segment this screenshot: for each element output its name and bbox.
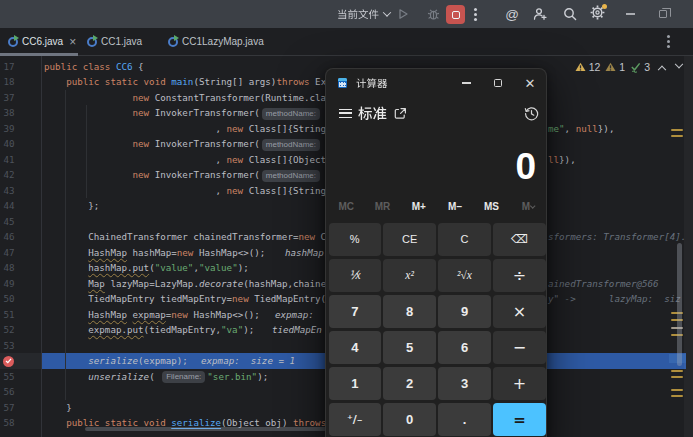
line-number[interactable]: 45 xyxy=(0,214,15,229)
key-9[interactable]: 9 xyxy=(438,295,490,329)
line-number[interactable]: 48 xyxy=(0,260,15,275)
stripe-warning-mark[interactable] xyxy=(671,135,683,137)
key-+[interactable]: + xyxy=(493,367,545,401)
line-number[interactable]: 40 xyxy=(0,136,15,151)
stripe-warning-mark[interactable] xyxy=(671,389,683,391)
line-number[interactable]: 56 xyxy=(0,384,15,399)
window-restore-button[interactable] xyxy=(652,0,674,28)
calculator-display: 0 xyxy=(326,131,546,187)
key-7[interactable]: 7 xyxy=(329,295,381,329)
tab-options-button[interactable] xyxy=(661,28,675,55)
history-button[interactable] xyxy=(524,106,539,121)
code-text: , new Class[]{String.class xyxy=(44,183,359,198)
code-text: public class CC6 { xyxy=(44,59,144,74)
key-3[interactable]: 3 xyxy=(438,367,490,401)
line-number[interactable]: 47 xyxy=(0,245,15,260)
key-%[interactable]: % xyxy=(329,223,381,257)
stripe-warning-mark[interactable] xyxy=(671,370,683,372)
key-6[interactable]: 6 xyxy=(438,331,490,365)
close-icon: ✕ xyxy=(525,77,536,90)
key-1[interactable]: 1 xyxy=(329,367,381,401)
line-number[interactable]: 44 xyxy=(0,198,15,213)
line-number[interactable]: 43 xyxy=(0,183,15,198)
error-stripe[interactable] xyxy=(684,56,693,437)
tab-cc1lazymap-java[interactable]: CC1LazyMap.java xyxy=(160,28,272,55)
run-configuration-selector[interactable] xyxy=(336,0,390,28)
key-8[interactable]: 8 xyxy=(383,295,435,329)
line-number[interactable]: 57 xyxy=(0,400,15,415)
line-number[interactable]: 18 xyxy=(0,74,15,89)
kebab-icon xyxy=(474,13,477,16)
line-number[interactable]: 55 xyxy=(0,369,15,384)
line-number[interactable]: 51 xyxy=(0,307,15,322)
prev-problem-icon[interactable] xyxy=(658,66,666,74)
ai-assistant-button[interactable]: @ xyxy=(502,0,522,28)
key-×[interactable]: × xyxy=(493,295,545,329)
menu-icon[interactable] xyxy=(339,109,352,118)
key-=[interactable]: = xyxy=(493,403,545,437)
memory-button-ms[interactable]: MS xyxy=(473,197,509,217)
key-4[interactable]: 4 xyxy=(329,331,381,365)
vertical-scrollbar-thumb[interactable] xyxy=(677,243,682,366)
line-number[interactable]: 37 xyxy=(0,90,15,105)
ok-count: 3 xyxy=(644,61,650,73)
key-⁺∕₋[interactable]: ⁺∕₋ xyxy=(329,403,381,437)
inline-debugger-hint: hashMap: xyxy=(285,245,329,260)
key-x²[interactable]: x² xyxy=(383,259,435,293)
minimize-icon xyxy=(626,13,635,14)
weak-warning-icon xyxy=(605,62,616,72)
user-add-icon xyxy=(533,7,547,21)
tab-cc1-java[interactable]: CC1.java xyxy=(79,28,150,55)
code-with-me-button[interactable] xyxy=(530,0,550,28)
stripe-warning-mark[interactable] xyxy=(671,129,683,131)
line-number[interactable]: 38 xyxy=(0,105,15,120)
calculator-titlebar[interactable]: ✕ xyxy=(326,69,546,97)
tab-cc6-java[interactable]: CC6.java × xyxy=(0,28,78,55)
stripe-warning-mark[interactable] xyxy=(671,395,683,397)
memory-button-m−[interactable]: M− xyxy=(437,197,473,217)
line-number[interactable]: 17 xyxy=(0,59,15,74)
stop-button[interactable] xyxy=(446,5,465,24)
key-C[interactable]: C xyxy=(438,223,490,257)
line-number[interactable]: 46 xyxy=(0,229,15,244)
line-number[interactable]: 41 xyxy=(0,152,15,167)
code-text: new ConstantTransformer(Runtime.class), xyxy=(44,90,348,105)
key-÷[interactable]: ÷ xyxy=(493,259,545,293)
calc-minimize-button[interactable] xyxy=(450,69,482,97)
debug-button[interactable] xyxy=(424,0,442,28)
key-⅟x[interactable]: ⅟x xyxy=(329,259,381,293)
indent-guide xyxy=(65,90,66,400)
key-0[interactable]: 0 xyxy=(383,403,435,437)
code-text: hashMap.put("value","value"); xyxy=(44,260,249,275)
line-number[interactable]: 42 xyxy=(0,167,15,182)
key-⌫[interactable]: ⌫ xyxy=(493,223,545,257)
calc-maximize-button[interactable] xyxy=(482,69,514,97)
inspections-widget[interactable]: 12 1 3 xyxy=(575,61,682,73)
key-CE[interactable]: CE xyxy=(383,223,435,257)
key-−[interactable]: − xyxy=(493,331,545,365)
breakpoint-icon[interactable] xyxy=(3,356,14,367)
line-number[interactable]: 52 xyxy=(0,322,15,337)
line-number[interactable]: 39 xyxy=(0,121,15,136)
calculator-window[interactable]: ✕ 0 MCMRM+M−MSM %CEC⌫ xyxy=(325,68,547,437)
stripe-warning-mark[interactable] xyxy=(671,376,683,378)
run-options-button[interactable] xyxy=(468,0,482,28)
line-number[interactable]: 49 xyxy=(0,276,15,291)
keep-on-top-button[interactable] xyxy=(394,107,407,120)
line-number[interactable]: 58 xyxy=(0,415,15,430)
tab-close-icon[interactable]: × xyxy=(69,36,76,48)
key-2[interactable]: 2 xyxy=(383,367,435,401)
window-minimize-button[interactable] xyxy=(620,0,640,28)
search-everywhere-button[interactable] xyxy=(560,0,580,28)
key-.[interactable]: . xyxy=(438,403,490,437)
next-problem-icon[interactable] xyxy=(675,60,683,68)
line-number[interactable]: 53 xyxy=(0,338,15,353)
code-text-right-fragment: sformers: Transformer[4]. xyxy=(548,229,686,244)
key-²√x[interactable]: ²√x xyxy=(438,259,490,293)
memory-button-m+[interactable]: M+ xyxy=(401,197,437,217)
key-5[interactable]: 5 xyxy=(383,331,435,365)
run-button[interactable] xyxy=(394,0,412,28)
calc-close-button[interactable]: ✕ xyxy=(514,69,546,97)
settings-button[interactable] xyxy=(586,0,608,28)
line-number[interactable]: 50 xyxy=(0,291,15,306)
